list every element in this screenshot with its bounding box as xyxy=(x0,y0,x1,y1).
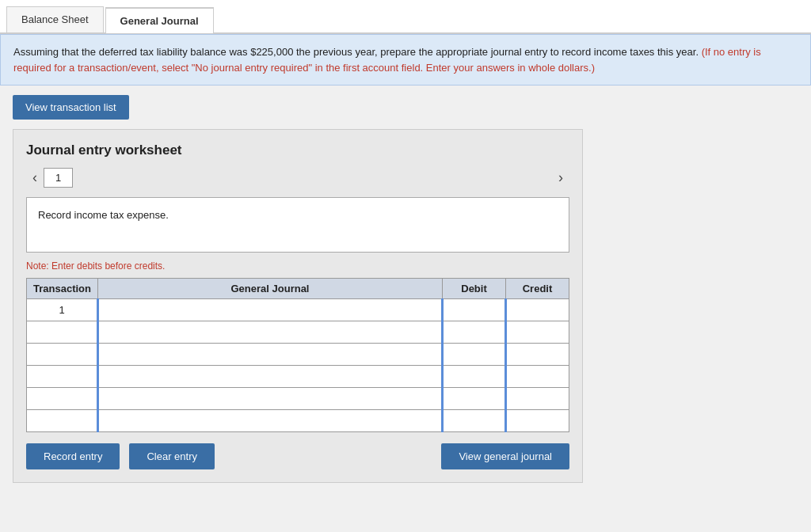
input-credit-1[interactable] xyxy=(507,321,569,343)
cell-journal-5[interactable] xyxy=(98,410,443,432)
description-text: Record income tax expense. xyxy=(38,209,169,221)
input-journal-4[interactable] xyxy=(99,388,441,409)
input-debit-1[interactable] xyxy=(444,321,504,343)
description-box: Record income tax expense. xyxy=(26,197,569,253)
cell-journal-1[interactable] xyxy=(98,321,443,344)
info-box: Assuming that the deferred tax liability… xyxy=(0,34,811,86)
cell-journal-2[interactable] xyxy=(98,344,443,366)
cell-credit-4[interactable] xyxy=(506,388,569,410)
cell-debit-2[interactable] xyxy=(443,344,506,366)
input-debit-0[interactable] xyxy=(444,299,504,321)
info-main-text: Assuming that the deferred tax liability… xyxy=(13,46,699,58)
cell-transaction-2 xyxy=(27,344,98,366)
col-header-debit: Debit xyxy=(443,279,506,299)
cell-credit-3[interactable] xyxy=(506,366,569,388)
cell-transaction-1 xyxy=(27,321,98,344)
worksheet-container: Journal entry worksheet ‹ 1 › Record inc… xyxy=(13,129,583,483)
cell-debit-5[interactable] xyxy=(443,410,506,432)
input-credit-4[interactable] xyxy=(507,388,569,409)
cell-debit-3[interactable] xyxy=(443,366,506,388)
col-header-credit: Credit xyxy=(506,279,569,299)
table-row xyxy=(27,344,569,366)
cell-journal-3[interactable] xyxy=(98,366,443,388)
table-row xyxy=(27,410,569,432)
input-debit-4[interactable] xyxy=(444,388,504,409)
view-transaction-button[interactable]: View transaction list xyxy=(13,95,129,120)
cell-transaction-3 xyxy=(27,366,98,388)
cell-journal-4[interactable] xyxy=(98,388,443,410)
next-page-button[interactable]: › xyxy=(552,168,569,188)
input-journal-1[interactable] xyxy=(99,321,441,343)
page-number: 1 xyxy=(44,168,73,188)
nav-row: ‹ 1 › xyxy=(26,168,569,188)
chevron-left-icon: ‹ xyxy=(32,169,37,185)
prev-page-button[interactable]: ‹ xyxy=(26,168,44,188)
input-credit-2[interactable] xyxy=(507,344,569,365)
tab-balance-sheet[interactable]: Balance Sheet xyxy=(6,6,104,32)
journal-table: Transaction General Journal Debit Credit… xyxy=(26,278,569,432)
view-general-journal-button[interactable]: View general journal xyxy=(441,443,569,469)
clear-entry-button[interactable]: Clear entry xyxy=(129,443,215,469)
button-row: Record entry Clear entry View general jo… xyxy=(26,443,569,469)
cell-credit-2[interactable] xyxy=(506,344,569,366)
input-credit-0[interactable] xyxy=(507,299,569,321)
input-debit-2[interactable] xyxy=(444,344,504,365)
input-credit-3[interactable] xyxy=(507,366,569,387)
table-row xyxy=(27,366,569,388)
cell-journal-0[interactable] xyxy=(98,299,443,321)
cell-credit-5[interactable] xyxy=(506,410,569,432)
cell-transaction-4 xyxy=(27,388,98,410)
record-entry-button[interactable]: Record entry xyxy=(26,443,120,469)
cell-credit-1[interactable] xyxy=(506,321,569,344)
input-journal-5[interactable] xyxy=(99,410,441,431)
chevron-right-icon: › xyxy=(558,169,563,185)
cell-credit-0[interactable] xyxy=(506,299,569,321)
table-row xyxy=(27,321,569,344)
cell-debit-0[interactable] xyxy=(443,299,506,321)
col-header-journal: General Journal xyxy=(98,279,443,299)
note-text: Note: Enter debits before credits. xyxy=(26,260,569,272)
cell-transaction-0: 1 xyxy=(27,299,98,321)
tab-general-journal[interactable]: General Journal xyxy=(105,7,214,33)
input-journal-2[interactable] xyxy=(99,344,441,365)
cell-debit-4[interactable] xyxy=(443,388,506,410)
tabs-container: Balance Sheet General Journal xyxy=(0,0,811,34)
col-header-transaction: Transaction xyxy=(27,279,98,299)
table-row xyxy=(27,388,569,410)
input-debit-5[interactable] xyxy=(444,410,504,431)
worksheet-title: Journal entry worksheet xyxy=(26,142,569,158)
table-row: 1 xyxy=(27,299,569,321)
input-journal-3[interactable] xyxy=(99,366,441,387)
input-credit-5[interactable] xyxy=(507,410,569,431)
cell-debit-1[interactable] xyxy=(443,321,506,344)
input-debit-3[interactable] xyxy=(444,366,504,387)
cell-transaction-5 xyxy=(27,410,98,432)
input-journal-0[interactable] xyxy=(99,299,441,321)
